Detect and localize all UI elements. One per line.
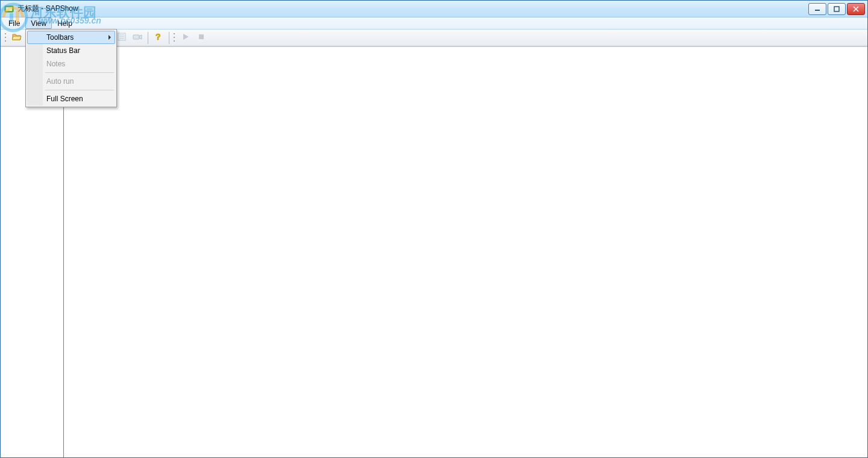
menubar: File View Help (1, 17, 867, 30)
toolbar-separator (148, 32, 148, 44)
right-pane (64, 47, 867, 457)
menu-item-label: Toolbars (46, 33, 74, 42)
toolbar-separator (169, 32, 169, 44)
window-controls (808, 3, 865, 15)
stop-button[interactable] (194, 31, 209, 45)
menu-item-label: Auto run (46, 77, 74, 86)
titlebar: 无标题 - SAPShow (1, 1, 867, 17)
submenu-arrow-icon (108, 35, 111, 40)
svg-rect-12 (199, 34, 204, 39)
menu-item-notes[interactable]: Notes (27, 57, 115, 71)
left-pane (1, 47, 64, 457)
svg-rect-10 (133, 35, 139, 39)
menu-item-label: Status Bar (46, 46, 80, 55)
toolbar: ? (1, 30, 867, 46)
play-button[interactable] (178, 31, 193, 45)
help-icon: ? (154, 32, 163, 44)
application-window: 无标题 - SAPShow File View Help (0, 0, 868, 458)
menu-separator (45, 90, 114, 90)
menu-file[interactable]: File (3, 17, 25, 29)
menu-item-status-bar[interactable]: Status Bar (27, 44, 115, 57)
menu-item-label: Notes (46, 60, 65, 68)
help-button[interactable]: ? (151, 31, 166, 45)
stop-icon (197, 33, 206, 43)
open-folder-icon (12, 32, 22, 44)
svg-text:?: ? (156, 32, 161, 42)
minimize-button[interactable] (808, 3, 826, 15)
menu-help[interactable]: Help (52, 17, 78, 29)
index-icon (117, 32, 127, 44)
window-title: 无标题 - SAPShow (17, 4, 78, 14)
maximize-button[interactable] (828, 3, 846, 15)
play-icon (181, 33, 190, 43)
menu-item-full-screen[interactable]: Full Screen (27, 92, 115, 105)
svg-rect-3 (834, 7, 839, 11)
menu-item-auto-run[interactable]: Auto run (27, 75, 115, 88)
open-button[interactable] (10, 31, 24, 45)
menu-item-label: Full Screen (46, 95, 83, 103)
content-area (1, 46, 867, 457)
menu-view[interactable]: View (25, 17, 52, 29)
view-menu-dropdown: Toolbars Status Bar Notes Auto run Full … (25, 29, 117, 107)
toolbar-grip[interactable] (4, 32, 8, 44)
camera-icon (133, 32, 142, 44)
menu-item-toolbars[interactable]: Toolbars (27, 31, 115, 44)
close-button[interactable] (847, 3, 865, 15)
svg-rect-1 (6, 7, 12, 11)
camera-button[interactable] (130, 31, 145, 45)
toolbar-grip[interactable] (173, 32, 177, 44)
app-icon (4, 4, 14, 14)
menu-separator (45, 72, 114, 73)
